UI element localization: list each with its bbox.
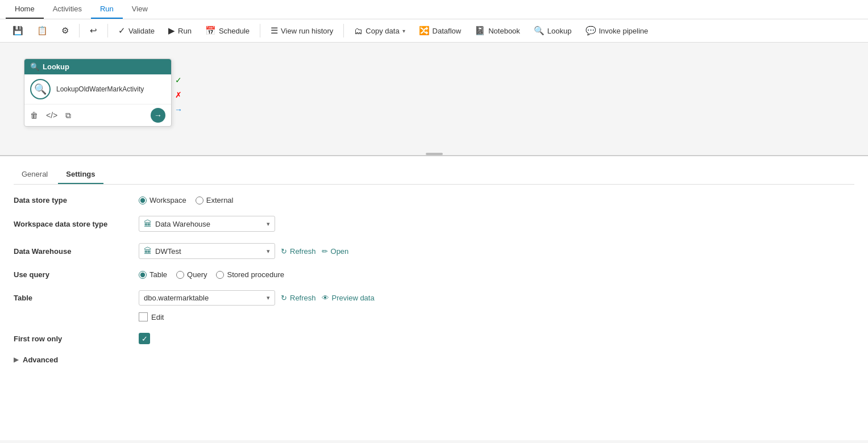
bottom-panel: General Settings Data store type Workspa… [0,156,868,440]
refresh-table-icon: ↻ [281,294,287,302]
run-icon: ▶ [168,26,175,36]
preview-data-button[interactable]: 👁 Preview data [322,294,375,302]
table-radio-item[interactable]: Table [139,270,167,279]
next-arrow-button[interactable]: → [151,108,165,123]
workspace-data-store-type-select[interactable]: 🏛 Data Warehouse ▾ [139,216,275,232]
settings-button[interactable]: ⚙ [56,23,74,39]
tab-view[interactable]: View [123,0,157,19]
tab-general[interactable]: General [14,165,56,184]
canvas-area[interactable]: 🔍 Lookup 🔍 LookupOldWaterMarkActivity 🗑 … [0,43,868,156]
copy-data-chevron: ▾ [402,28,405,34]
advanced-section[interactable]: ▶ Advanced [14,356,854,364]
edit-row: Edit [139,312,164,321]
table-radio-label: Table [149,270,167,279]
invoke-pipeline-button[interactable]: 💬 Invoke pipeline [580,23,654,39]
connector-panel: ✓ ✗ → [172,74,185,116]
separator-2 [107,24,108,37]
tab-activities[interactable]: Activities [44,0,91,19]
view-run-history-button[interactable]: ☰ View run history [265,23,339,39]
undo-icon: ↩ [90,26,97,36]
tab-settings[interactable]: Settings [58,165,103,184]
tab-home[interactable]: Home [6,0,44,19]
schedule-label: Schedule [219,27,250,35]
nav-tabs: Home Activities Run View [0,0,868,19]
lookup-card-header: 🔍 Lookup [24,59,171,74]
lookup-toolbar-button[interactable]: 🔍 Lookup [528,23,578,39]
data-store-type-radio-group: Workspace External [139,196,234,204]
workspace-radio[interactable] [139,197,147,204]
external-radio-item[interactable]: External [196,196,234,204]
query-radio-item[interactable]: Query [176,270,207,279]
first-row-only-row: First row only ✓ [14,333,854,344]
check-icon: ✓ [118,26,126,36]
open-dw-icon: ✏ [322,247,328,256]
preview-data-label: Preview data [332,294,375,302]
use-query-control: Table Query Stored procedure [139,270,284,279]
table-radio[interactable] [139,271,147,279]
schedule-button[interactable]: 📅 Schedule [200,23,255,39]
separator-3 [260,24,260,37]
validate-label: Validate [128,27,155,35]
delete-icon[interactable]: 🗑 [30,111,38,120]
panel-tabs: General Settings [14,165,854,185]
save-button[interactable]: 💾 [7,23,29,39]
code-icon[interactable]: </> [46,111,57,120]
lookup-activity-icon: 🔍 [30,79,51,99]
dataflow-button[interactable]: 🔀 Dataflow [413,23,467,39]
workspace-data-store-type-label: Workspace data store type [14,220,139,228]
first-row-only-control: ✓ [139,333,150,344]
fail-connector-icon[interactable]: ✗ [172,89,185,101]
run-button[interactable]: ▶ Run [163,23,197,39]
table-chevron: ▾ [267,294,270,302]
resize-handle[interactable] [426,153,443,155]
query-radio-label: Query [187,270,207,279]
refresh-table-button[interactable]: ↻ Refresh [281,294,316,302]
calendar-icon: 📅 [205,26,216,36]
validate-button[interactable]: ✓ Validate [113,23,160,39]
stored-procedure-radio-item[interactable]: Stored procedure [216,270,284,279]
table-value: dbo.watermarktable [144,294,209,302]
lookup-card-footer: 🗑 </> ⧉ → [24,104,171,126]
table-control: dbo.watermarktable ▾ ↻ Refresh 👁 Preview… [139,290,375,321]
toolbar: 💾 📋 ⚙ ↩ ✓ Validate ▶ Run 📅 Schedule ☰ Vi… [0,19,868,43]
copy-icon[interactable]: ⧉ [65,111,71,120]
data-store-type-control: Workspace External [139,196,234,204]
next-connector-icon[interactable]: → [172,103,185,116]
advanced-label: Advanced [23,356,58,364]
separator-4 [343,24,344,37]
table-row: Table dbo.watermarktable ▾ ↻ Refresh 👁 P… [14,290,854,321]
notebook-icon: 📓 [475,26,485,36]
undo-button[interactable]: ↩ [84,23,103,39]
notebook-button[interactable]: 📓 Notebook [469,23,526,39]
workspace-radio-item[interactable]: Workspace [139,196,186,204]
external-radio[interactable] [196,197,203,204]
lookup-card[interactable]: 🔍 Lookup 🔍 LookupOldWaterMarkActivity 🗑 … [24,58,172,127]
use-query-label: Use query [14,270,139,279]
run-label: Run [178,27,192,35]
data-warehouse-label: Data Warehouse [14,247,139,256]
workspace-data-store-type-row: Workspace data store type 🏛 Data Warehou… [14,216,854,232]
lookup-toolbar-label: Lookup [547,27,572,35]
publish-button[interactable]: 📋 [31,23,53,39]
data-store-type-row: Data store type Workspace External [14,196,854,204]
data-warehouse-control: 🏛 DWTest ▾ ↻ Refresh ✏ Open [139,243,348,259]
open-dw-button[interactable]: ✏ Open [322,247,349,256]
refresh-dw-button[interactable]: ↻ Refresh [281,247,316,256]
data-store-type-label: Data store type [14,196,139,204]
query-radio[interactable] [176,271,184,279]
first-row-only-checkbox[interactable]: ✓ [139,333,150,344]
edit-label: Edit [151,313,164,321]
tab-run[interactable]: Run [91,0,123,19]
copy-data-button[interactable]: 🗂 Copy data ▾ [348,23,410,39]
workspace-radio-label: Workspace [149,196,186,204]
dataflow-label: Dataflow [433,27,462,35]
edit-checkbox[interactable] [139,312,148,321]
lookup-card-title-icon: 🔍 [30,62,39,71]
data-warehouse-select[interactable]: 🏛 DWTest ▾ [139,243,275,259]
lookup-activity-name: LookupOldWaterMarkActivity [56,85,144,93]
stored-procedure-radio[interactable] [216,271,224,279]
table-select[interactable]: dbo.watermarktable ▾ [139,290,275,306]
save-icon: 💾 [13,26,23,36]
table-label: Table [14,290,139,302]
success-connector-icon[interactable]: ✓ [172,74,185,86]
